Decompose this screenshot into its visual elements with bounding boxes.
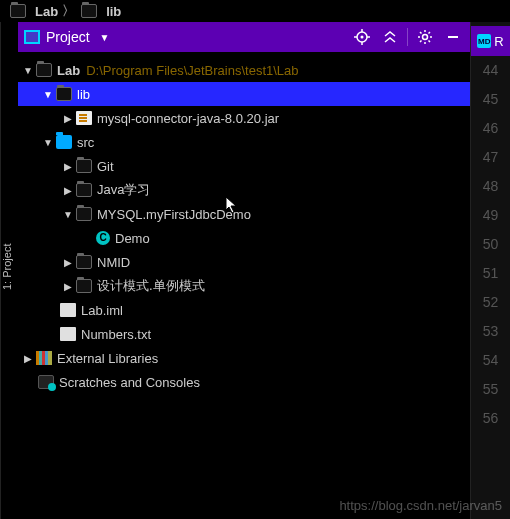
tree-file-jar[interactable]: ▶ mysql-connector-java-8.0.20.jar xyxy=(18,106,470,130)
project-toolbar: Project ▼ xyxy=(18,22,470,52)
collapse-all-button[interactable] xyxy=(379,26,401,48)
svg-rect-7 xyxy=(448,36,458,38)
project-panel: Project ▼ ▼ Lab D:\Program Files\Jet xyxy=(18,22,470,519)
chevron-right-icon[interactable]: ▶ xyxy=(62,257,74,268)
text-file-icon xyxy=(60,327,76,341)
source-folder-icon xyxy=(56,135,72,149)
node-label: NMID xyxy=(97,255,130,270)
chevron-right-icon[interactable]: ▶ xyxy=(62,185,74,196)
chevron-right-icon[interactable]: ▶ xyxy=(62,161,74,172)
editor-tab[interactable]: MD R xyxy=(471,26,510,56)
settings-button[interactable] xyxy=(414,26,436,48)
svg-point-1 xyxy=(361,36,364,39)
line-number: 50 xyxy=(471,230,510,259)
tree-folder-src[interactable]: ▼ src xyxy=(18,130,470,154)
tree-package[interactable]: ▶ NMID xyxy=(18,250,470,274)
package-icon xyxy=(76,207,92,221)
svg-point-6 xyxy=(423,35,428,40)
node-label: Git xyxy=(97,159,114,174)
node-label: Lab.iml xyxy=(81,303,123,318)
line-number: 52 xyxy=(471,288,510,317)
node-label: Scratches and Consoles xyxy=(59,375,200,390)
chevron-right-icon[interactable]: ▶ xyxy=(22,353,34,364)
line-number: 55 xyxy=(471,375,510,404)
tree-package[interactable]: ▶ Java学习 xyxy=(18,178,470,202)
locate-button[interactable] xyxy=(351,26,373,48)
jar-icon xyxy=(76,111,92,125)
tree-package[interactable]: ▶ Git xyxy=(18,154,470,178)
tree-package[interactable]: ▶ 设计模式.单例模式 xyxy=(18,274,470,298)
node-label: 设计模式.单例模式 xyxy=(97,277,205,295)
tree-folder-lib[interactable]: ▼ lib xyxy=(18,82,470,106)
package-icon xyxy=(76,183,92,197)
node-label: MYSQL.myFirstJdbcDemo xyxy=(97,207,251,222)
project-view-icon xyxy=(24,30,40,44)
package-icon xyxy=(76,255,92,269)
chevron-down-icon[interactable]: ▼ xyxy=(22,65,34,76)
folder-icon xyxy=(81,4,97,18)
watermark: https://blog.csdn.net/jarvan5 xyxy=(339,498,502,513)
tree-scratches[interactable]: Scratches and Consoles xyxy=(18,370,470,394)
editor-gutter: MD R 44 45 46 47 48 49 50 51 52 53 54 55… xyxy=(470,22,510,519)
node-path: D:\Program Files\JetBrains\test1\Lab xyxy=(86,63,298,78)
tree-external-libraries[interactable]: ▶ External Libraries xyxy=(18,346,470,370)
line-number: 53 xyxy=(471,317,510,346)
node-label: Numbers.txt xyxy=(81,327,151,342)
project-tree: ▼ Lab D:\Program Files\JetBrains\test1\L… xyxy=(18,52,470,519)
scratch-icon xyxy=(38,375,54,389)
tree-package[interactable]: ▼ MYSQL.myFirstJdbcDemo xyxy=(18,202,470,226)
breadcrumb[interactable]: Lab 〉 lib xyxy=(0,0,510,22)
chevron-down-icon[interactable]: ▼ xyxy=(42,137,54,148)
chevron-right-icon[interactable]: ▶ xyxy=(62,281,74,292)
package-icon xyxy=(76,159,92,173)
tab-label: R xyxy=(494,34,503,49)
tree-class[interactable]: C Demo xyxy=(18,226,470,250)
line-number: 49 xyxy=(471,201,510,230)
breadcrumb-child: lib xyxy=(106,4,121,19)
node-label: src xyxy=(77,135,94,150)
line-number: 45 xyxy=(471,85,510,114)
class-icon: C xyxy=(96,231,110,245)
line-number: 44 xyxy=(471,56,510,85)
libraries-icon xyxy=(36,351,52,365)
hide-button[interactable] xyxy=(442,26,464,48)
breadcrumb-root: Lab xyxy=(35,4,58,19)
module-icon xyxy=(36,63,52,77)
project-title[interactable]: Project xyxy=(46,29,90,45)
node-label: Demo xyxy=(115,231,150,246)
package-icon xyxy=(76,279,92,293)
line-number: 51 xyxy=(471,259,510,288)
line-number: 56 xyxy=(471,404,510,433)
node-label: Java学习 xyxy=(97,181,150,199)
side-tab-project[interactable]: 1: Project xyxy=(0,22,18,519)
chevron-down-icon[interactable]: ▼ xyxy=(100,32,110,43)
line-number: 46 xyxy=(471,114,510,143)
node-label: mysql-connector-java-8.0.20.jar xyxy=(97,111,279,126)
line-number: 47 xyxy=(471,143,510,172)
tree-root[interactable]: ▼ Lab D:\Program Files\JetBrains\test1\L… xyxy=(18,58,470,82)
breadcrumb-separator: 〉 xyxy=(62,2,75,20)
node-label: External Libraries xyxy=(57,351,158,366)
chevron-right-icon[interactable]: ▶ xyxy=(62,113,74,124)
folder-icon xyxy=(10,4,26,18)
markdown-icon: MD xyxy=(477,34,491,48)
tree-file[interactable]: Lab.iml xyxy=(18,298,470,322)
folder-icon xyxy=(56,87,72,101)
line-number: 48 xyxy=(471,172,510,201)
chevron-down-icon[interactable]: ▼ xyxy=(42,89,54,100)
line-number: 54 xyxy=(471,346,510,375)
iml-file-icon xyxy=(60,303,76,317)
node-label: Lab xyxy=(57,63,80,78)
tree-file[interactable]: Numbers.txt xyxy=(18,322,470,346)
divider xyxy=(407,28,408,46)
node-label: lib xyxy=(77,87,90,102)
chevron-down-icon[interactable]: ▼ xyxy=(62,209,74,220)
